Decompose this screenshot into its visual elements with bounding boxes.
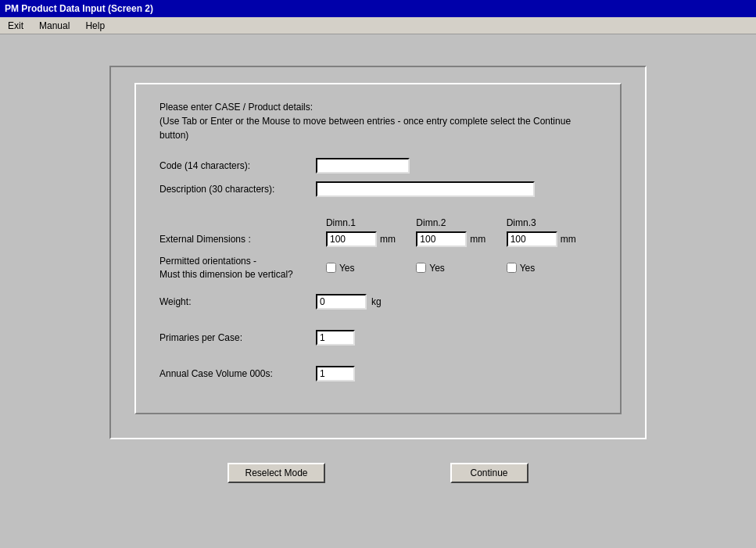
- weight-unit: kg: [371, 296, 382, 307]
- dimn3-input[interactable]: [507, 231, 557, 247]
- annual-label: Annual Case Volume 000s:: [159, 368, 316, 379]
- orient-check1[interactable]: [326, 263, 336, 273]
- dimn3-header: Dimn.3: [507, 217, 536, 228]
- instructions: Please enter CASE / Product details: (Us…: [159, 100, 597, 142]
- continue-button[interactable]: Continue: [450, 463, 528, 483]
- orient-check3-group: Yes: [507, 263, 597, 274]
- reselect-button[interactable]: Reselect Mode: [228, 463, 324, 483]
- weight-row: Weight: kg: [159, 294, 597, 310]
- dimn1-header-col: Dimn.1: [326, 217, 416, 228]
- desc-input[interactable]: [316, 181, 535, 197]
- instructions-line2: (Use Tab or Enter or the Mouse to move b…: [159, 114, 597, 142]
- mm-label-2: mm: [470, 234, 485, 245]
- external-dimensions-label: External Dimensions :: [159, 234, 251, 245]
- code-row: Code (14 characters):: [159, 158, 597, 174]
- title-bar: PM Product Data Input (Screen 2): [0, 0, 756, 17]
- annual-row: Annual Case Volume 000s:: [159, 366, 597, 381]
- orient-check2[interactable]: [416, 263, 426, 273]
- weight-input[interactable]: [316, 294, 367, 310]
- orient-yes1: Yes: [339, 263, 355, 274]
- form-panel-inner: Please enter CASE / Product details: (Us…: [134, 83, 622, 414]
- dimn2-col: mm: [416, 231, 506, 247]
- annual-input[interactable]: [316, 366, 355, 381]
- orient-label-line1: Permitted orientations -: [159, 255, 326, 268]
- code-label: Code (14 characters):: [159, 160, 316, 171]
- orient-check2-group: Yes: [416, 263, 506, 274]
- dimn3-col: mm: [507, 231, 597, 247]
- dim-headers-row: Dimn.1 Dimn.2 Dimn.3: [159, 217, 597, 228]
- orient-yes2: Yes: [429, 263, 445, 274]
- weight-label: Weight:: [159, 296, 316, 307]
- primaries-row: Primaries per Case:: [159, 330, 597, 346]
- orient-label-line2: Must this dimension be vertical?: [159, 268, 326, 281]
- orient-label: Permitted orientations - Must this dimen…: [159, 255, 326, 281]
- dimn3-header-col: Dimn.3: [507, 217, 597, 228]
- mm-label-3: mm: [561, 234, 576, 245]
- button-row: Reselect Mode Continue: [109, 463, 647, 483]
- title-text: PM Product Data Input (Screen 2): [5, 3, 153, 14]
- dimn1-input[interactable]: [326, 231, 377, 247]
- dim-label: External Dimensions :: [159, 234, 326, 245]
- dimn2-input[interactable]: [416, 231, 467, 247]
- code-input[interactable]: [316, 158, 410, 174]
- primaries-input[interactable]: [316, 330, 355, 346]
- orient-yes3: Yes: [520, 263, 536, 274]
- dimn2-header: Dimn.2: [416, 217, 446, 228]
- menu-help[interactable]: Help: [81, 19, 109, 33]
- form-panel: Please enter CASE / Product details: (Us…: [109, 66, 647, 439]
- orient-row: Permitted orientations - Must this dimen…: [159, 255, 597, 281]
- dimn1-header: Dimn.1: [326, 217, 356, 228]
- instructions-line1: Please enter CASE / Product details:: [159, 100, 597, 114]
- menu-manual[interactable]: Manual: [34, 19, 74, 33]
- menu-bar: Exit Manual Help: [0, 17, 756, 34]
- orient-check1-group: Yes: [326, 263, 416, 274]
- dimn2-header-col: Dimn.2: [416, 217, 506, 228]
- main-area: Please enter CASE / Product details: (Us…: [0, 34, 756, 514]
- menu-exit[interactable]: Exit: [3, 19, 28, 33]
- dim-inputs-row: External Dimensions : mm mm mm: [159, 231, 597, 247]
- dimn1-col: mm: [326, 231, 416, 247]
- orient-check3[interactable]: [507, 263, 517, 273]
- primaries-label: Primaries per Case:: [159, 332, 316, 343]
- desc-label: Description (30 characters):: [159, 184, 316, 195]
- mm-label-1: mm: [380, 234, 396, 245]
- desc-row: Description (30 characters):: [159, 181, 597, 197]
